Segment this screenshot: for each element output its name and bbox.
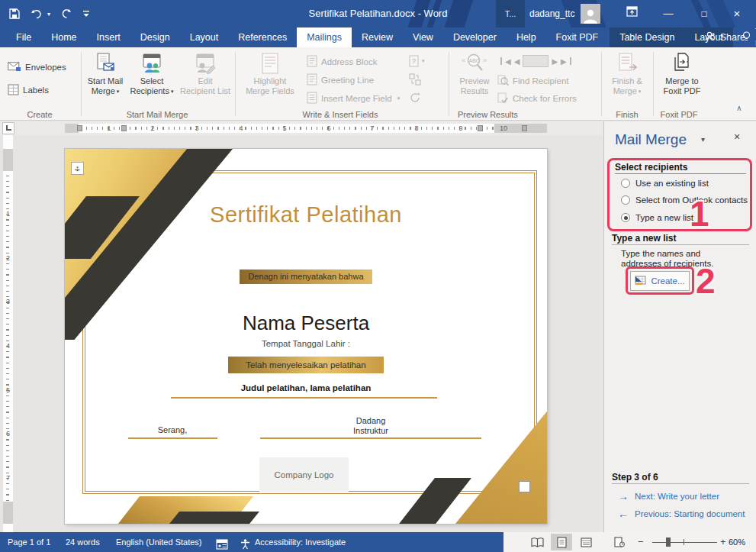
radio-select-from-outlook[interactable]: Select from Outlook contacts bbox=[621, 195, 748, 205]
ruler-number: 3 bbox=[193, 124, 201, 133]
radio-use-existing-list[interactable]: Use an existing list bbox=[621, 179, 709, 188]
participant-name: Nama Peserta bbox=[65, 312, 547, 335]
pane-close-icon[interactable]: × bbox=[734, 131, 740, 143]
svg-text:ABC: ABC bbox=[469, 58, 480, 63]
zoom-level[interactable]: 60% bbox=[729, 532, 745, 552]
zoom-slider-thumb[interactable] bbox=[666, 537, 671, 547]
tab-selector[interactable] bbox=[2, 122, 14, 134]
accessibility-status[interactable]: Accessibility: Investigate bbox=[255, 532, 346, 552]
ruler-number: 7 bbox=[3, 474, 13, 482]
vertical-ruler[interactable]: 1 2 3 4 5 6 7 bbox=[3, 135, 13, 532]
address-block-button: Address Block bbox=[307, 53, 378, 70]
minimize-button[interactable]: — bbox=[653, 0, 684, 27]
ruler-number: 2 bbox=[149, 124, 156, 133]
horizontal-ruler-row: 1 2 3 4 5 6 7 8 9 10 bbox=[0, 121, 603, 135]
status-bar: Page 1 of 1 24 words English (United Sta… bbox=[0, 532, 756, 552]
record-number-input bbox=[523, 55, 549, 67]
close-button[interactable]: × bbox=[722, 0, 752, 27]
selection-handle[interactable] bbox=[519, 481, 530, 492]
macro-record-icon[interactable] bbox=[216, 537, 228, 552]
select-recipients-header: Select recipients bbox=[615, 162, 687, 173]
ruler-number: 9 bbox=[457, 124, 465, 133]
right-arrow-icon: → bbox=[618, 490, 629, 502]
labels-button[interactable]: Labels bbox=[5, 81, 52, 99]
next-record-icon: ▶ bbox=[552, 57, 558, 66]
tab-table-design[interactable]: Table Design bbox=[610, 27, 684, 47]
previous-step-link[interactable]: ← Previous: Starting document bbox=[618, 508, 745, 520]
ruler-number: 2 bbox=[3, 254, 13, 262]
radio-selected-icon[interactable] bbox=[621, 213, 630, 222]
match-fields-button bbox=[409, 72, 432, 87]
share-button[interactable]: Share bbox=[705, 27, 745, 47]
tab-insert[interactable]: Insert bbox=[87, 27, 130, 47]
radio-icon[interactable] bbox=[621, 179, 630, 188]
create-button[interactable]: Create... bbox=[630, 271, 690, 291]
envelope-icon bbox=[8, 62, 21, 73]
ruler-ticks bbox=[6, 149, 9, 523]
check-for-errors-label: Check for Errors bbox=[513, 94, 577, 103]
indent-marker[interactable] bbox=[478, 125, 483, 131]
ribbon: Envelopes Labels Create Start Mail Merge… bbox=[0, 47, 756, 121]
read-mode-button[interactable] bbox=[526, 534, 548, 550]
check-for-errors-icon bbox=[497, 92, 509, 105]
tab-home[interactable]: Home bbox=[41, 27, 86, 47]
tab-review[interactable]: Review bbox=[352, 27, 403, 47]
ruler-number: 4 bbox=[237, 124, 245, 133]
move-handle-icon[interactable]: ↔ ↕ bbox=[71, 162, 84, 175]
avatar[interactable] bbox=[581, 4, 600, 24]
next-step-link[interactable]: → Next: Write your letter bbox=[618, 490, 719, 502]
maximize-button[interactable]: □ bbox=[689, 0, 719, 27]
tab-design[interactable]: Design bbox=[130, 27, 180, 47]
ruler-number: 8 bbox=[413, 124, 420, 133]
account-area[interactable]: dadang_ttc bbox=[529, 0, 600, 27]
web-layout-button[interactable] bbox=[575, 534, 597, 550]
accessibility-icon[interactable] bbox=[240, 537, 251, 552]
horizontal-ruler[interactable]: 1 2 3 4 5 6 7 8 9 10 bbox=[65, 124, 547, 133]
indent-marker[interactable] bbox=[522, 125, 527, 131]
tab-help[interactable]: Help bbox=[507, 27, 546, 47]
type-new-list-header: Type a new list bbox=[612, 233, 676, 244]
ruler-top-margin bbox=[3, 149, 13, 171]
zoom-out-icon[interactable]: − bbox=[638, 532, 644, 552]
ruler-number: 7 bbox=[368, 124, 376, 133]
page-indicator[interactable]: Page 1 of 1 bbox=[8, 532, 50, 552]
dropdown-caret-icon: ▾ bbox=[639, 89, 642, 94]
radio-icon[interactable] bbox=[621, 195, 630, 205]
word-count[interactable]: 24 words bbox=[66, 532, 100, 552]
bottom-left-dark-shape bbox=[169, 512, 259, 524]
tab-view[interactable]: View bbox=[403, 27, 443, 47]
group-label-foxit-pdf: Foxit PDF bbox=[633, 110, 725, 119]
highlight-merge-fields-label: Highlight bbox=[254, 76, 287, 86]
tab-developer[interactable]: Developer bbox=[443, 27, 507, 47]
first-record-icon bbox=[500, 57, 502, 65]
language-indicator[interactable]: English (United States) bbox=[116, 532, 202, 552]
tab-foxit-pdf[interactable]: Foxit PDF bbox=[546, 27, 609, 47]
finish-merge-icon bbox=[604, 50, 650, 76]
tab-mailings[interactable]: Mailings bbox=[297, 27, 352, 47]
select-recipients-button[interactable]: Select Recipients▾ bbox=[127, 50, 176, 108]
indent-marker[interactable] bbox=[121, 125, 127, 131]
focus-mode-button[interactable] bbox=[609, 534, 630, 550]
dropdown-caret-icon: ▾ bbox=[397, 95, 401, 102]
new-list-icon bbox=[635, 276, 647, 287]
print-layout-button[interactable] bbox=[551, 534, 572, 550]
mail-merge-pane: Mail Merge ▾ × Select recipients Use an … bbox=[603, 121, 756, 532]
tab-file[interactable]: File bbox=[6, 27, 41, 47]
indent-marker[interactable] bbox=[77, 125, 82, 131]
start-mail-merge-button[interactable]: Start Mail Merge▾ bbox=[84, 50, 127, 108]
zoom-slider-track[interactable] bbox=[652, 542, 717, 543]
ribbon-display-options-icon[interactable] bbox=[616, 0, 647, 27]
highlight-merge-fields-icon bbox=[240, 50, 301, 76]
update-labels-button bbox=[409, 90, 432, 105]
radio-type-new-list[interactable]: Type a new list bbox=[621, 213, 693, 222]
tab-layout[interactable]: Layout bbox=[180, 27, 229, 47]
pane-dropdown-icon[interactable]: ▾ bbox=[701, 135, 705, 144]
zoom-in-icon[interactable]: + bbox=[720, 532, 726, 552]
tab-references[interactable]: References bbox=[228, 27, 297, 47]
merge-to-foxit-pdf-button[interactable]: Merge to Foxit PDF bbox=[656, 50, 708, 108]
envelopes-button[interactable]: Envelopes bbox=[5, 58, 69, 76]
collapse-ribbon-icon[interactable]: ∧ bbox=[731, 104, 748, 116]
radio-label: Type a new list bbox=[635, 213, 693, 222]
document-page[interactable]: ↔ ↕ Sertifikat Pelatihan Denagn ini meny… bbox=[65, 149, 547, 524]
signature-left-line bbox=[128, 437, 217, 439]
